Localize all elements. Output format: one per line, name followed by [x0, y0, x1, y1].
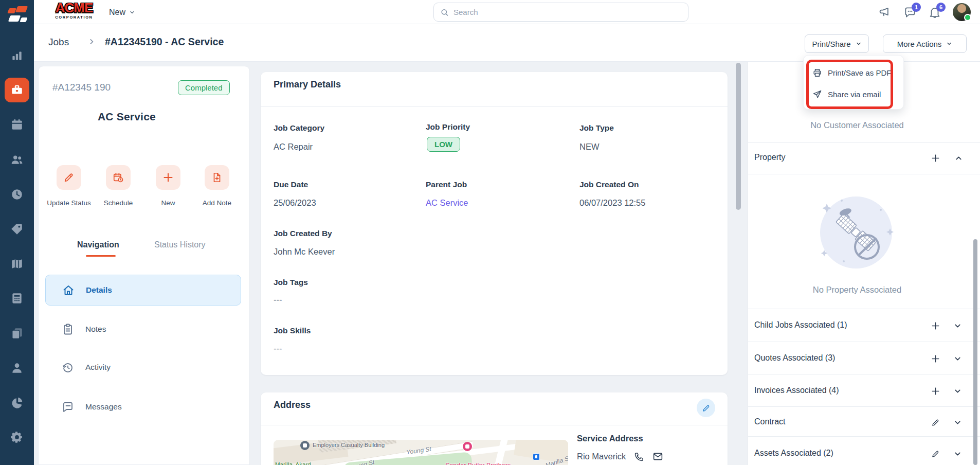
- breadcrumb-jobs[interactable]: Jobs: [48, 37, 69, 48]
- chevron-down-icon: [953, 321, 962, 330]
- settings-gear-icon[interactable]: [10, 431, 24, 444]
- assoc-row-label: Contract: [754, 417, 785, 426]
- email-envelope-icon[interactable]: [652, 451, 663, 462]
- customers-icon[interactable]: [10, 153, 24, 166]
- menu-item-label: Share via email: [828, 90, 881, 99]
- menu-item-print-save-pdf[interactable]: Print/Save as PDF: [804, 62, 904, 83]
- add-note-button[interactable]: Add Note: [192, 165, 242, 208]
- expand-contract-button[interactable]: [950, 415, 965, 430]
- schedule-button[interactable]: Schedule: [94, 165, 143, 208]
- menu-item-label: Print/Save as PDF: [828, 68, 891, 77]
- chevron-down-icon: [953, 387, 962, 396]
- plus-icon: [156, 165, 180, 190]
- new-menu-label: New: [109, 8, 125, 17]
- documents-copy-icon[interactable]: [10, 327, 24, 340]
- new-button[interactable]: New: [143, 165, 193, 208]
- tab-status-history[interactable]: Status History: [154, 240, 206, 249]
- plus-icon: [931, 153, 940, 163]
- update-status-button[interactable]: Update Status: [44, 165, 94, 208]
- chat-icon[interactable]: 1: [903, 6, 917, 19]
- field-label: Due Date: [274, 180, 308, 189]
- assoc-row-label: Quotes Associated (3): [754, 353, 835, 363]
- main-scrollbar-thumb[interactable]: [736, 63, 741, 210]
- send-icon: [812, 90, 822, 99]
- expand-invoices-button[interactable]: [950, 383, 965, 399]
- field-label: Job Priority: [426, 122, 470, 132]
- nav-item-notes[interactable]: Notes: [45, 316, 241, 343]
- app-logo-icon[interactable]: [5, 4, 30, 26]
- more-actions-label: More Actions: [897, 40, 942, 48]
- reports-pie-icon[interactable]: [10, 396, 24, 409]
- company-logo[interactable]: ACME CORPORATION: [48, 1, 100, 20]
- add-child-job-button[interactable]: [928, 318, 943, 333]
- no-customer-text: No Customer Associated: [748, 120, 966, 130]
- field-label: Job Type: [579, 123, 614, 133]
- search-input[interactable]: [453, 8, 682, 16]
- map-pin-hotel-icon: [463, 442, 472, 451]
- edit-address-button[interactable]: [697, 399, 715, 417]
- plus-icon: [931, 386, 940, 396]
- company-logo-subtext: CORPORATION: [48, 15, 100, 20]
- active-tab-underline: [86, 255, 116, 257]
- action-label: Update Status: [46, 198, 92, 208]
- calendar-icon[interactable]: [10, 118, 24, 131]
- time-clock-icon[interactable]: [10, 188, 24, 201]
- parent-job-link[interactable]: AC Service: [426, 198, 468, 208]
- priority-badge: LOW: [427, 137, 460, 152]
- jobs-briefcase-icon[interactable]: [10, 83, 24, 97]
- map-pin-building-icon: [300, 441, 310, 450]
- calendar-clock-icon: [106, 165, 131, 190]
- no-property-illustration: [809, 189, 904, 285]
- expand-child-jobs-button[interactable]: [950, 318, 965, 333]
- more-actions-button[interactable]: More Actions: [883, 34, 967, 53]
- edit-assets-button[interactable]: [928, 446, 943, 461]
- chevron-down-icon: [946, 41, 952, 47]
- action-label: Add Note: [194, 198, 240, 208]
- phone-icon[interactable]: [634, 452, 644, 462]
- pricebook-tag-icon[interactable]: [10, 222, 24, 236]
- field-value: 06/07/2023 12:55: [579, 198, 645, 208]
- notifications-bell-icon[interactable]: 6: [928, 6, 941, 19]
- chevron-down-icon: [129, 9, 135, 15]
- edit-contract-button[interactable]: [928, 415, 943, 430]
- field-label: Parent Job: [426, 180, 467, 189]
- field-label: Job Created By: [274, 229, 332, 238]
- service-address-map[interactable]: Employers Casualty Building Young St You…: [274, 440, 568, 465]
- field-value: 25/06/2023: [274, 198, 316, 208]
- search-icon: [440, 8, 449, 17]
- nav-item-details[interactable]: Details: [45, 275, 241, 306]
- print-share-button[interactable]: Print/Share: [805, 34, 869, 53]
- expand-quotes-button[interactable]: [950, 351, 965, 366]
- announcements-megaphone-icon[interactable]: [879, 6, 892, 19]
- assoc-row-label: Assets Associated (2): [754, 449, 833, 458]
- expand-assets-button[interactable]: [950, 446, 965, 461]
- user-avatar[interactable]: [953, 3, 971, 21]
- page-scrollbar-thumb[interactable]: [973, 239, 977, 465]
- map-label-employers: Employers Casualty Building: [313, 442, 385, 449]
- job-detail-page: ACME CORPORATION New 1 6 J: [0, 0, 980, 465]
- dashboard-icon[interactable]: [10, 49, 24, 62]
- new-menu-button[interactable]: New: [109, 0, 135, 24]
- tab-navigation[interactable]: Navigation: [77, 240, 119, 249]
- chevron-down-icon: [953, 418, 962, 427]
- field-value: ---: [274, 295, 282, 305]
- collapse-property-button[interactable]: [951, 150, 966, 166]
- calculator-icon[interactable]: [10, 292, 24, 305]
- map-label-marilla: Marilla, Akard,: [275, 461, 313, 465]
- print-share-dropdown: Print/Save as PDF Share via email: [803, 55, 904, 110]
- top-bar: ACME CORPORATION New 1 6: [34, 0, 980, 24]
- map-label-sonder: Sonder Butler Brothers: [445, 462, 511, 465]
- nav-item-messages[interactable]: Messages: [45, 394, 241, 420]
- add-invoice-button[interactable]: [928, 383, 943, 399]
- map-icon[interactable]: [10, 257, 24, 271]
- job-status-badge: Completed: [178, 80, 230, 95]
- team-user-icon[interactable]: [10, 361, 24, 374]
- chevron-down-icon: [856, 41, 862, 47]
- message-bubble-icon: [62, 401, 74, 413]
- job-id: #A12345 190: [52, 82, 111, 93]
- primary-details-title: Primary Details: [274, 79, 341, 90]
- add-quote-button[interactable]: [928, 351, 943, 366]
- nav-item-activity[interactable]: Activity: [45, 354, 241, 381]
- add-property-button[interactable]: [928, 150, 943, 166]
- menu-item-share-via-email[interactable]: Share via email: [804, 83, 904, 105]
